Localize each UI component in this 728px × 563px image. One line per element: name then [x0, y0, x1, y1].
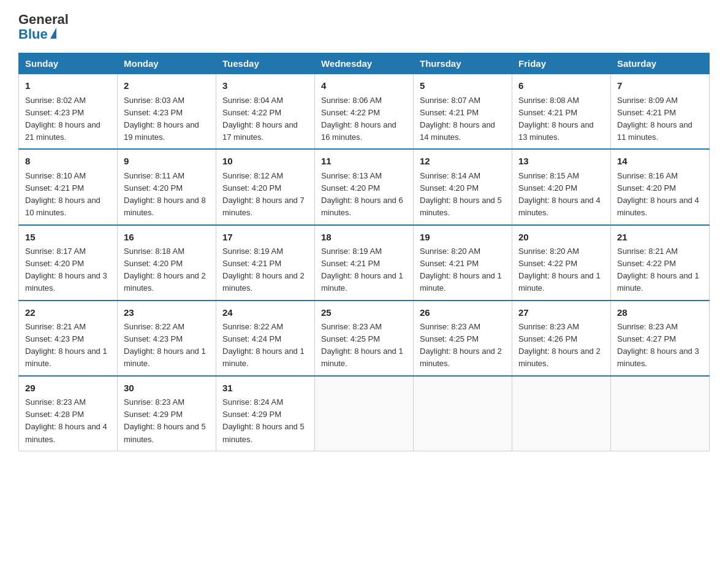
day-info: Sunrise: 8:09 AMSunset: 4:21 PMDaylight:…	[617, 96, 692, 142]
calendar-cell: 24 Sunrise: 8:22 AMSunset: 4:24 PMDaylig…	[216, 301, 315, 376]
day-info: Sunrise: 8:23 AMSunset: 4:28 PMDaylight:…	[25, 397, 107, 443]
day-number: 18	[321, 231, 407, 245]
calendar-cell: 28 Sunrise: 8:23 AMSunset: 4:27 PMDaylig…	[611, 301, 710, 376]
col-header-saturday: Saturday	[611, 53, 710, 74]
day-number: 15	[25, 231, 111, 245]
day-info: Sunrise: 8:14 AMSunset: 4:20 PMDaylight:…	[420, 171, 502, 217]
calendar-cell: 8 Sunrise: 8:10 AMSunset: 4:21 PMDayligh…	[19, 149, 118, 224]
calendar-week-row: 15 Sunrise: 8:17 AMSunset: 4:20 PMDaylig…	[19, 225, 710, 301]
day-number: 2	[124, 79, 210, 93]
day-info: Sunrise: 8:19 AMSunset: 4:21 PMDaylight:…	[321, 247, 403, 293]
day-info: Sunrise: 8:21 AMSunset: 4:22 PMDaylight:…	[617, 247, 699, 293]
day-info: Sunrise: 8:23 AMSunset: 4:25 PMDaylight:…	[321, 322, 403, 368]
day-info: Sunrise: 8:06 AMSunset: 4:22 PMDaylight:…	[321, 96, 396, 142]
calendar-cell: 27 Sunrise: 8:23 AMSunset: 4:26 PMDaylig…	[512, 301, 611, 376]
day-info: Sunrise: 8:24 AMSunset: 4:29 PMDaylight:…	[222, 397, 305, 443]
day-number: 27	[518, 306, 604, 320]
day-info: Sunrise: 8:23 AMSunset: 4:27 PMDaylight:…	[617, 322, 699, 368]
calendar-cell: 29 Sunrise: 8:23 AMSunset: 4:28 PMDaylig…	[19, 376, 118, 451]
calendar-cell: 22 Sunrise: 8:21 AMSunset: 4:23 PMDaylig…	[19, 301, 118, 376]
day-info: Sunrise: 8:20 AMSunset: 4:22 PMDaylight:…	[518, 247, 601, 293]
day-number: 9	[124, 155, 210, 169]
calendar-cell: 31 Sunrise: 8:24 AMSunset: 4:29 PMDaylig…	[216, 376, 315, 451]
day-info: Sunrise: 8:08 AMSunset: 4:21 PMDaylight:…	[518, 96, 594, 142]
day-info: Sunrise: 8:07 AMSunset: 4:21 PMDaylight:…	[420, 96, 495, 142]
col-header-wednesday: Wednesday	[315, 53, 414, 74]
day-number: 29	[25, 381, 111, 396]
day-info: Sunrise: 8:03 AMSunset: 4:23 PMDaylight:…	[124, 96, 199, 142]
calendar-cell: 26 Sunrise: 8:23 AMSunset: 4:25 PMDaylig…	[414, 301, 512, 376]
day-number: 17	[222, 231, 308, 245]
calendar-cell: 3 Sunrise: 8:04 AMSunset: 4:22 PMDayligh…	[216, 74, 315, 150]
calendar-cell	[611, 376, 710, 451]
calendar-week-row: 22 Sunrise: 8:21 AMSunset: 4:23 PMDaylig…	[19, 301, 710, 376]
day-number: 4	[321, 79, 407, 93]
logo-blue-text: Blue	[18, 27, 56, 42]
page-header: General Blue	[18, 12, 710, 42]
day-info: Sunrise: 8:04 AMSunset: 4:22 PMDaylight:…	[222, 96, 298, 142]
col-header-tuesday: Tuesday	[216, 53, 315, 74]
col-header-friday: Friday	[512, 53, 611, 74]
logo: General Blue	[18, 12, 69, 42]
day-number: 10	[222, 155, 308, 169]
day-number: 7	[617, 79, 703, 93]
day-number: 3	[222, 79, 308, 93]
day-info: Sunrise: 8:21 AMSunset: 4:23 PMDaylight:…	[25, 322, 107, 368]
calendar-cell: 15 Sunrise: 8:17 AMSunset: 4:20 PMDaylig…	[19, 225, 118, 301]
day-number: 14	[617, 155, 703, 169]
day-number: 21	[617, 231, 703, 245]
calendar-cell: 30 Sunrise: 8:23 AMSunset: 4:29 PMDaylig…	[118, 376, 216, 451]
day-number: 12	[420, 155, 506, 169]
day-info: Sunrise: 8:11 AMSunset: 4:20 PMDaylight:…	[124, 171, 206, 217]
calendar-cell: 2 Sunrise: 8:03 AMSunset: 4:23 PMDayligh…	[118, 74, 216, 150]
col-header-thursday: Thursday	[414, 53, 512, 74]
day-number: 5	[420, 79, 506, 93]
calendar-cell: 4 Sunrise: 8:06 AMSunset: 4:22 PMDayligh…	[315, 74, 414, 150]
day-number: 19	[420, 231, 506, 245]
day-number: 23	[124, 306, 210, 320]
day-number: 28	[617, 306, 703, 320]
day-number: 11	[321, 155, 407, 169]
day-number: 25	[321, 306, 407, 320]
day-number: 24	[222, 306, 308, 320]
calendar-week-row: 8 Sunrise: 8:10 AMSunset: 4:21 PMDayligh…	[19, 149, 710, 224]
day-info: Sunrise: 8:16 AMSunset: 4:20 PMDaylight:…	[617, 171, 699, 217]
day-info: Sunrise: 8:13 AMSunset: 4:20 PMDaylight:…	[321, 171, 403, 217]
calendar-cell: 5 Sunrise: 8:07 AMSunset: 4:21 PMDayligh…	[414, 74, 512, 150]
day-number: 16	[124, 231, 210, 245]
calendar-cell: 1 Sunrise: 8:02 AMSunset: 4:23 PMDayligh…	[19, 74, 118, 150]
day-number: 30	[124, 381, 210, 396]
day-info: Sunrise: 8:22 AMSunset: 4:23 PMDaylight:…	[124, 322, 206, 368]
day-info: Sunrise: 8:22 AMSunset: 4:24 PMDaylight:…	[222, 322, 305, 368]
logo-triangle-icon	[50, 28, 56, 39]
calendar-cell: 19 Sunrise: 8:20 AMSunset: 4:21 PMDaylig…	[414, 225, 512, 301]
day-number: 1	[25, 79, 111, 93]
day-info: Sunrise: 8:23 AMSunset: 4:26 PMDaylight:…	[518, 322, 601, 368]
col-header-sunday: Sunday	[19, 53, 118, 74]
day-info: Sunrise: 8:19 AMSunset: 4:21 PMDaylight:…	[222, 247, 305, 293]
calendar-cell	[315, 376, 414, 451]
calendar-cell: 9 Sunrise: 8:11 AMSunset: 4:20 PMDayligh…	[118, 149, 216, 224]
day-info: Sunrise: 8:23 AMSunset: 4:25 PMDaylight:…	[420, 322, 502, 368]
calendar-cell: 10 Sunrise: 8:12 AMSunset: 4:20 PMDaylig…	[216, 149, 315, 224]
day-number: 20	[518, 231, 604, 245]
calendar-cell	[414, 376, 512, 451]
calendar-cell: 14 Sunrise: 8:16 AMSunset: 4:20 PMDaylig…	[611, 149, 710, 224]
calendar-cell: 16 Sunrise: 8:18 AMSunset: 4:20 PMDaylig…	[118, 225, 216, 301]
calendar-header-row: SundayMondayTuesdayWednesdayThursdayFrid…	[19, 53, 710, 74]
logo-general-text: General	[18, 12, 69, 27]
day-info: Sunrise: 8:02 AMSunset: 4:23 PMDaylight:…	[25, 96, 100, 142]
day-info: Sunrise: 8:20 AMSunset: 4:21 PMDaylight:…	[420, 247, 502, 293]
calendar-cell: 20 Sunrise: 8:20 AMSunset: 4:22 PMDaylig…	[512, 225, 611, 301]
calendar-cell: 18 Sunrise: 8:19 AMSunset: 4:21 PMDaylig…	[315, 225, 414, 301]
calendar-cell: 21 Sunrise: 8:21 AMSunset: 4:22 PMDaylig…	[611, 225, 710, 301]
day-number: 22	[25, 306, 111, 320]
calendar-cell: 13 Sunrise: 8:15 AMSunset: 4:20 PMDaylig…	[512, 149, 611, 224]
day-number: 31	[222, 381, 308, 396]
calendar-cell: 7 Sunrise: 8:09 AMSunset: 4:21 PMDayligh…	[611, 74, 710, 150]
day-info: Sunrise: 8:15 AMSunset: 4:20 PMDaylight:…	[518, 171, 601, 217]
day-number: 26	[420, 306, 506, 320]
calendar-cell: 12 Sunrise: 8:14 AMSunset: 4:20 PMDaylig…	[414, 149, 512, 224]
day-info: Sunrise: 8:18 AMSunset: 4:20 PMDaylight:…	[124, 247, 206, 293]
calendar-week-row: 29 Sunrise: 8:23 AMSunset: 4:28 PMDaylig…	[19, 376, 710, 451]
